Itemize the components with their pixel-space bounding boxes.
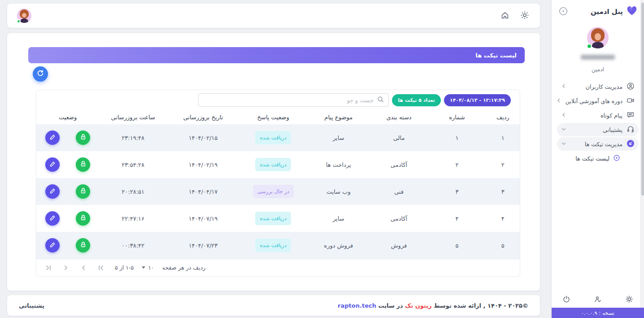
footer-copyright: ©۲۰۲۵ - ۱۴۰۴ , ارائه شده توسط ریتون تک د… [338,302,528,309]
last-page-button[interactable] [43,262,54,274]
pencil-icon [49,241,56,250]
chevron-down-icon [561,126,566,133]
sidebar-item-label: دوره های آموزشی آنلاین [566,98,622,105]
sidebar-item-sms[interactable]: پیام کوتاه [557,109,639,122]
previous-page-button[interactable] [78,262,89,274]
admin-panel-page: { "sidebar": { "title": "پنل ادمین", "us… [0,0,644,318]
cell-row: ۴ [486,215,520,222]
first-page-button[interactable] [95,262,107,274]
chevron-left-icon [561,83,566,90]
lock-icon [79,241,87,250]
users-icon [627,82,635,91]
edit-ticket-button[interactable] [45,157,60,172]
home-button[interactable] [500,10,510,22]
sidebar-item-label: مدیریت کاربران [570,83,622,90]
sidebar-user-block: ادمین [552,27,644,73]
site-link[interactable]: rapton.tech [338,302,376,309]
tickets-table-card: ۱۲:۱۷:۲۹ - ۱۴۰۴/۰۸/۱۳ تعداد ۵ تیکت ها رد… [36,90,520,277]
cell-update-time: ۰۰:۳۸:۴۲ [99,242,167,249]
first-page-icon [97,264,105,272]
response-status-badge: در حال بررسی [253,185,294,198]
rows-per-page-label: ردیف در هر صفحه [162,264,206,271]
cell-update-time: ۲۰:۲۸:۵۱ [99,188,167,195]
search-input[interactable] [203,97,374,104]
sidebar-subitem-ticket-list[interactable]: لیست تیکت ها [562,152,624,165]
table-body: ۱ ۱ مالی سایر دریافت شده ۱۴۰۴/۰۲/۱۵ ۲۳:۱… [36,124,520,259]
sun-icon [520,11,529,21]
chevron-down-icon [142,266,145,269]
pencil-icon [49,187,56,196]
table-row: ۵ ۵ فروش فروش دوره دریافت شده ۱۴۰۴/۰۷/۲۳… [36,232,520,259]
panel-title-bar: لیست تیکت ها [28,47,525,63]
footer: ©۲۰۲۵ - ۱۴۰۴ , ارائه شده توسط ریتون تک د… [7,295,540,316]
cell-actions [36,211,99,226]
cell-subject: وب سایت [307,188,370,195]
sms-icon [627,111,635,120]
cell-actions [36,184,99,199]
unlock-ticket-button[interactable] [76,238,90,253]
table-row: ۲ ۲ آکادمی پرداخت ها دریافت شده ۱۴۰۴/۰۲/… [36,151,520,178]
cell-row: ۳ [486,188,520,195]
sidebar-collapse-button[interactable] [558,6,569,18]
theme-toggle-button[interactable] [519,10,530,22]
unlock-ticket-button[interactable] [76,131,90,145]
target-icon [613,154,620,163]
pagination-nav [43,262,107,274]
cell-number: ۲ [428,161,486,168]
cell-update-date: ۱۴۰۴/۰۴/۱۷ [167,188,239,195]
online-status-dot [587,44,592,49]
logout-button[interactable] [561,294,571,305]
edit-ticket-button[interactable] [45,131,60,145]
page-scrollbar-track [640,0,644,308]
rows-per-page-select[interactable]: ۱۰ [142,264,154,271]
cell-update-date: ۱۴۰۴/۰۷/۲۳ [167,242,239,249]
chevron-left-icon [556,98,561,105]
profile-button[interactable] [593,294,603,305]
unlock-ticket-button[interactable] [76,184,90,199]
cell-row: ۲ [486,161,520,168]
cell-number: ۵ [428,242,486,249]
refresh-icon [36,70,44,79]
cell-subject: فروش دوره [307,242,370,249]
page-scrollbar-thumb[interactable] [641,3,644,196]
gear-icon [625,295,633,305]
table-toolbar: ۱۲:۱۷:۲۹ - ۱۴۰۴/۰۸/۱۳ تعداد ۵ تیکت ها [36,90,520,110]
col-header-status: وضعیت [36,114,99,121]
datetime-badge: ۱۲:۱۷:۲۹ - ۱۴۰۴/۰۸/۱۳ [444,94,511,106]
settings-button[interactable] [624,294,634,305]
unlock-ticket-button[interactable] [76,211,90,226]
response-status-badge: دریافت شده [255,158,291,171]
user-role-label: ادمین [552,66,644,73]
edit-ticket-button[interactable] [45,238,60,253]
headset-icon [627,125,635,135]
cell-subject: سایر [307,215,370,222]
refresh-button[interactable] [33,66,48,82]
edit-ticket-button[interactable] [45,184,60,199]
pencil-icon [49,214,56,223]
topbar-user-avatar[interactable] [17,9,31,23]
sidebar-item-user-management[interactable]: مدیریت کاربران [557,80,639,93]
search-box [198,93,389,107]
lock-icon [79,214,87,223]
sidebar-brand: پنل ادمین [591,5,638,18]
edit-ticket-button[interactable] [45,211,60,226]
cell-number: ۱ [428,135,486,141]
cell-subject: پرداخت ها [307,161,370,168]
topbar-icons [500,10,530,22]
circle-dot-icon [559,7,568,17]
cell-update-time: ۲۳:۵۴:۲۸ [99,161,167,168]
sidebar-menu: مدیریت کاربران دوره های آموزشی آنلاین [552,80,644,165]
sidebar-item-support[interactable]: پشتیبانی [557,123,639,136]
cell-category: فنی [370,188,428,195]
response-status-badge: دریافت شده [255,239,291,252]
sidebar-item-online-courses[interactable]: دوره های آموزشی آنلاین [557,94,639,108]
unlock-ticket-button[interactable] [76,157,90,172]
copyright-text: ©۲۰۲۵ - ۱۴۰۴ , ارائه شده توسط [432,302,528,309]
sidebar-item-ticket-management[interactable]: مدیریت تیکت ها [557,137,639,151]
pagination-bar: ردیف در هر صفحه ۱۰ ۱-۵ از ۵ [36,259,520,276]
cell-subject: سایر [307,135,370,141]
next-page-button[interactable] [60,262,72,274]
cell-update-date: ۱۴۰۴/۰۲/۱۹ [167,161,239,168]
cell-number: ۴ [428,215,486,222]
chevron-down-icon [561,141,566,148]
